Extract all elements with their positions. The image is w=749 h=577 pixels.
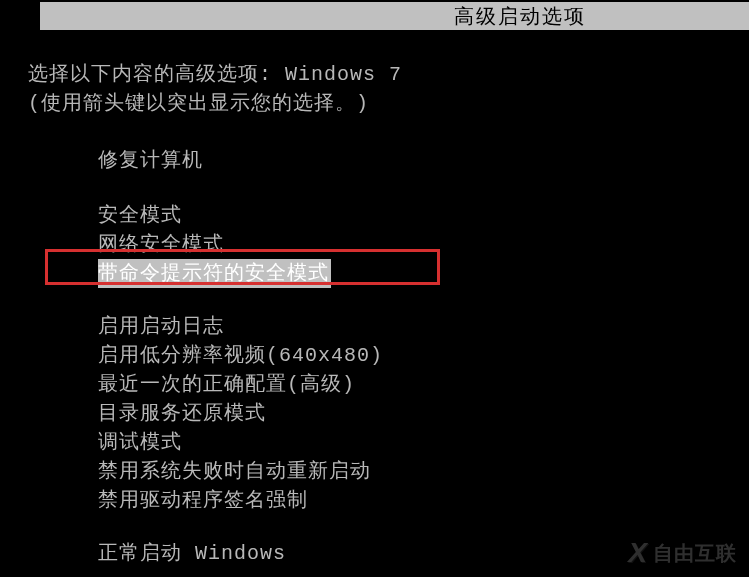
option-safe-mode-networking[interactable]: 网络安全模式 <box>98 230 739 259</box>
option-ds-restore[interactable]: 目录服务还原模式 <box>98 399 739 428</box>
option-safe-mode[interactable]: 安全模式 <box>98 201 739 230</box>
header-bar: 高级启动选项 <box>40 2 749 30</box>
boot-menu-content: 选择以下内容的高级选项: Windows 7 (使用箭头键以突出显示您的选择。)… <box>28 60 739 568</box>
options-list: 修复计算机 安全模式 网络安全模式 带命令提示符的安全模式 启用启动日志 启用低… <box>98 146 739 568</box>
header-title: 高级启动选项 <box>454 3 586 30</box>
option-safe-mode-cmd[interactable]: 带命令提示符的安全模式 <box>98 259 739 288</box>
option-debug-mode[interactable]: 调试模式 <box>98 428 739 457</box>
option-disable-driver-sig[interactable]: 禁用驱动程序签名强制 <box>98 486 739 515</box>
option-last-known-good[interactable]: 最近一次的正确配置(高级) <box>98 370 739 399</box>
watermark-text: 自由互联 <box>653 540 737 567</box>
option-boot-logging[interactable]: 启用启动日志 <box>98 312 739 341</box>
watermark: X 自由互联 <box>628 537 737 569</box>
selected-option-text: 带命令提示符的安全模式 <box>98 259 331 288</box>
option-disable-auto-restart[interactable]: 禁用系统失败时自动重新启动 <box>98 457 739 486</box>
prompt-line-1: 选择以下内容的高级选项: Windows 7 <box>28 60 739 89</box>
watermark-logo-icon: X <box>628 537 647 569</box>
prompt-line-2: (使用箭头键以突出显示您的选择。) <box>28 89 739 118</box>
option-low-res-video[interactable]: 启用低分辨率视频(640x480) <box>98 341 739 370</box>
option-repair-computer[interactable]: 修复计算机 <box>98 146 739 175</box>
